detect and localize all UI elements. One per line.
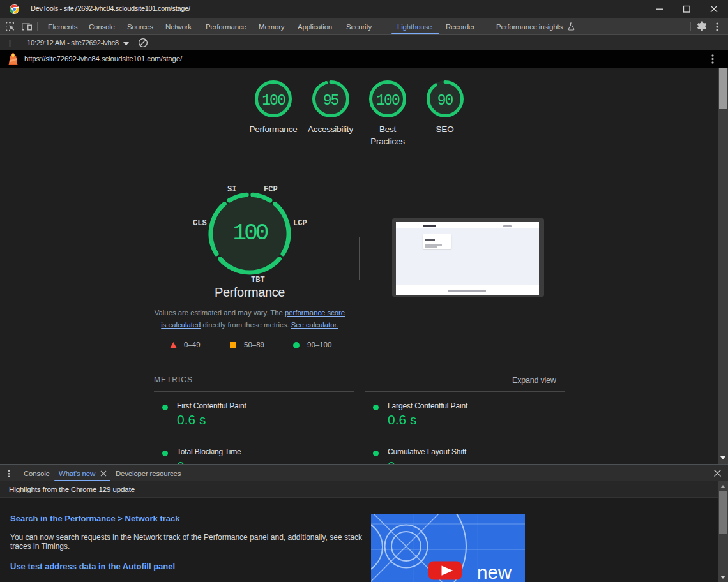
svg-text:new: new — [477, 562, 512, 582]
